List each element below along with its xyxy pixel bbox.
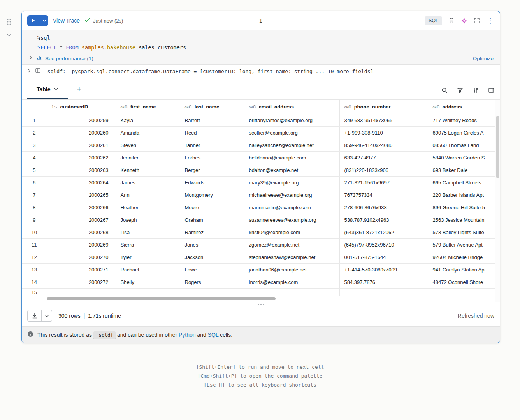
cell-phone_number[interactable]: [339, 288, 428, 296]
language-selector[interactable]: SQL: [425, 16, 442, 25]
cell-customerID[interactable]: 2000263: [47, 164, 116, 176]
cell-customerID[interactable]: 2000259: [47, 114, 116, 126]
row-number[interactable]: 3: [22, 139, 47, 151]
view-trace-link[interactable]: View Trace: [53, 18, 80, 24]
cell-customerID[interactable]: 2000262: [47, 151, 116, 164]
delete-cell-icon[interactable]: [448, 18, 455, 24]
download-options-chevron-icon[interactable]: [42, 310, 52, 321]
cell-first_name[interactable]: Amanda: [116, 126, 180, 139]
horizontal-scrollbar-thumb[interactable]: [47, 297, 276, 300]
cell-last_name[interactable]: Edwards: [180, 176, 244, 189]
column-header-customerID[interactable]: 1²₃customerID: [47, 100, 116, 114]
cell-phone_number[interactable]: 349-683-9514x73065: [339, 114, 428, 126]
cell-address[interactable]: [428, 288, 495, 296]
cell-email_address[interactable]: [244, 288, 339, 296]
cell-phone_number[interactable]: +1-414-570-3089x7009: [339, 263, 428, 276]
cell-phone_number[interactable]: +1-999-308-9110: [339, 126, 428, 139]
cell-phone_number[interactable]: 633-427-4977: [339, 151, 428, 164]
python-link[interactable]: Python: [179, 332, 196, 338]
row-number[interactable]: 2: [22, 126, 47, 139]
row-number[interactable]: 6: [22, 176, 47, 189]
cell-first_name[interactable]: Shelly: [116, 276, 180, 288]
run-options-chevron-icon[interactable]: [40, 15, 48, 26]
cell-address[interactable]: 220 Barber Islands Apt: [428, 189, 495, 201]
cell-phone_number[interactable]: (831)220-1833x906: [339, 164, 428, 176]
row-number[interactable]: 12: [22, 251, 47, 263]
cell-last_name[interactable]: Jones: [180, 238, 244, 251]
cell-customerID[interactable]: 2000270: [47, 251, 116, 263]
cell-last_name[interactable]: Forbes: [180, 151, 244, 164]
add-visualization-button[interactable]: +: [73, 85, 86, 99]
cell-phone_number[interactable]: (645)797-8952x96710: [339, 238, 428, 251]
cell-address[interactable]: 579 Butler Avenue Apt: [428, 238, 495, 251]
column-header-first_name[interactable]: ᴬᴮCfirst_name: [116, 100, 180, 114]
row-number[interactable]: 11: [22, 238, 47, 251]
cell-last_name[interactable]: Tanner: [180, 139, 244, 151]
row-number[interactable]: 7: [22, 189, 47, 201]
cell-first_name[interactable]: Sierra: [116, 238, 180, 251]
cell-customerID[interactable]: [47, 288, 116, 296]
vertical-scrollbar-thumb[interactable]: [496, 116, 499, 178]
cell-customerID[interactable]: 2000264: [47, 176, 116, 189]
cell-last_name[interactable]: Ramirez: [180, 226, 244, 238]
cell-phone_number[interactable]: 278-606-3676x938: [339, 201, 428, 214]
cell-first_name[interactable]: Lisa: [116, 226, 180, 238]
cell-customerID[interactable]: 2000271: [47, 263, 116, 276]
row-number[interactable]: 4: [22, 151, 47, 164]
magic-command-line[interactable]: %sql: [22, 33, 500, 43]
cell-first_name[interactable]: Kayla: [116, 114, 180, 126]
collapse-cell-chevron-icon[interactable]: [6, 32, 12, 39]
results-resize-handle[interactable]: [22, 302, 500, 306]
row-number[interactable]: 15: [22, 288, 47, 296]
cell-address[interactable]: 693 Baker Dale: [428, 164, 495, 176]
row-number[interactable]: 10: [22, 226, 47, 238]
cell-address[interactable]: 69075 Logan Circles A: [428, 126, 495, 139]
cell-phone_number[interactable]: (643)361-8721x12062: [339, 226, 428, 238]
cell-first_name[interactable]: Ann: [116, 189, 180, 201]
row-number[interactable]: 9: [22, 214, 47, 226]
cell-last_name[interactable]: Graham: [180, 214, 244, 226]
cell-first_name[interactable]: [116, 288, 180, 296]
cell-last_name[interactable]: Moore: [180, 201, 244, 214]
cell-first_name[interactable]: Heather: [116, 201, 180, 214]
cell-first_name[interactable]: James: [116, 176, 180, 189]
row-number[interactable]: 14: [22, 276, 47, 288]
cell-customerID[interactable]: 2000269: [47, 238, 116, 251]
cell-last_name[interactable]: Rogers: [180, 276, 244, 288]
download-button[interactable]: [27, 310, 52, 322]
cell-phone_number[interactable]: 859-946-4140x24086: [339, 139, 428, 151]
cell-last_name[interactable]: [180, 288, 244, 296]
cell-email_address[interactable]: mary39@example.org: [244, 176, 339, 189]
cell-customerID[interactable]: 2000268: [47, 226, 116, 238]
cell-email_address[interactable]: kristi04@example.com: [244, 226, 339, 238]
cell-last_name[interactable]: Reed: [180, 126, 244, 139]
cell-drag-handle[interactable]: [6, 18, 12, 27]
cell-first_name[interactable]: Joseph: [116, 214, 180, 226]
cell-phone_number[interactable]: 538.787.9102x4963: [339, 214, 428, 226]
optimize-link[interactable]: Optimize: [473, 56, 494, 61]
cell-phone_number[interactable]: 271-321-1561x9697: [339, 176, 428, 189]
cell-email_address[interactable]: scollier@example.org: [244, 126, 339, 139]
cell-email_address[interactable]: stephanieshaw@example.net: [244, 251, 339, 263]
code-editor[interactable]: %sql SELECT * FROM samples.bakehouse.sal…: [22, 30, 500, 64]
cell-email_address[interactable]: zgomez@example.net: [244, 238, 339, 251]
expand-output-chevron-icon[interactable]: [26, 68, 32, 75]
column-header-phone_number[interactable]: ᴬᴮCphone_number: [339, 100, 428, 114]
cell-address[interactable]: 08560 Thomas Land: [428, 139, 495, 151]
cell-last_name[interactable]: Jackson: [180, 251, 244, 263]
sql-link[interactable]: SQL: [208, 332, 219, 338]
cell-address[interactable]: 48472 Oconnell Shore: [428, 276, 495, 288]
cell-email_address[interactable]: belldonna@example.com: [244, 151, 339, 164]
play-icon[interactable]: [27, 15, 40, 26]
cell-first_name[interactable]: Kenneth: [116, 164, 180, 176]
column-header-last_name[interactable]: ᴬᴮClast_name: [180, 100, 244, 114]
cell-customerID[interactable]: 2000272: [47, 276, 116, 288]
cell-email_address[interactable]: brittanyramos@example.org: [244, 114, 339, 126]
sql-code-line[interactable]: SELECT * FROM samples.bakehouse.sales_cu…: [22, 43, 500, 52]
row-number[interactable]: 8: [22, 201, 47, 214]
cell-first_name[interactable]: Tyler: [116, 251, 180, 263]
cell-address[interactable]: 717 Whitney Roads: [428, 114, 495, 126]
cell-email_address[interactable]: jonathan06@example.net: [244, 263, 339, 276]
cell-email_address[interactable]: lnorris@example.com: [244, 276, 339, 288]
see-performance-link[interactable]: See performance (1): [45, 56, 93, 61]
